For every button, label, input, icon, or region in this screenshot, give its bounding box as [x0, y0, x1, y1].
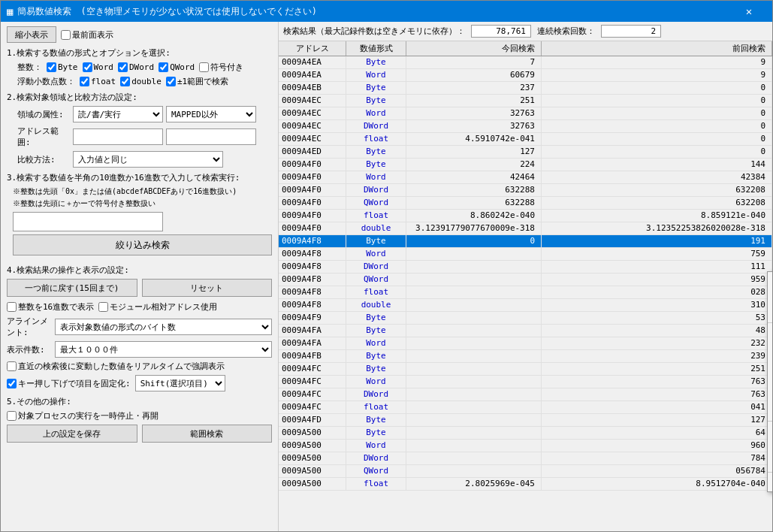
- realtime-checkbox-label[interactable]: 直近の検索後に変動した数値をリアルタイムで強調表示: [7, 361, 225, 372]
- table-row[interactable]: 0009A500QWord056784: [279, 465, 772, 478]
- table-row[interactable]: 0009A4F0Word4246442384: [279, 171, 772, 184]
- fix-checkbox-label[interactable]: キー押し下げで項目を固定化:: [7, 378, 131, 389]
- hex-checkbox-label[interactable]: 整数を16進数で表示: [7, 301, 94, 313]
- cell-cur: 0: [406, 235, 542, 247]
- table-row[interactable]: 0009A4EAByte79: [279, 56, 772, 69]
- fix-checkbox[interactable]: [7, 379, 17, 388]
- table-row[interactable]: 0009A4FAWord232: [279, 337, 772, 350]
- context-menu-item[interactable]: 選択アドレスの今回検索値をコピー: [768, 289, 772, 305]
- addr-to-input[interactable]: 7FFEFFFF: [166, 128, 256, 145]
- context-menu-item[interactable]: 直接書き込みダイアログを表示...: [768, 325, 772, 340]
- context-menu-item[interactable]: VEH用ブレークポイント設定ダイアログを表示...: [768, 439, 772, 455]
- context-menu-item[interactable]: 選択アドレスで某設定トグル: [768, 305, 772, 321]
- context-menu-item[interactable]: 構造体編集ダイアログを表示...: [768, 388, 772, 404]
- save-button[interactable]: 上の設定を保存: [7, 425, 137, 443]
- table-body[interactable]: 0009A4EAByte790009A4EAWord6067990009A4EB…: [279, 56, 772, 531]
- table-row[interactable]: 0009A4FCByte251: [279, 363, 772, 376]
- context-menu-item[interactable]: メモリ領域操作ダイアログを表示...: [768, 455, 772, 470]
- table-row[interactable]: 0009A500Byte64: [279, 427, 772, 440]
- context-menu[interactable]: 選択アドレスをコピー選択アドレスの今回検索値をコピー選択アドレスで某設定トグル直…: [767, 271, 772, 492]
- context-menu-item[interactable]: 逐字実行ダイアログを表示...: [768, 372, 772, 388]
- signed-checkbox-label[interactable]: 符号付き: [199, 62, 243, 73]
- menu-separator: [768, 322, 772, 323]
- filter-button[interactable]: 絞り込み検索: [13, 234, 272, 255]
- context-menu-item[interactable]: ブレークポイント設定ダイアログを表示...: [768, 423, 772, 439]
- qword-checkbox-label[interactable]: QWord: [159, 62, 195, 72]
- stop-checkbox-label[interactable]: 対象プロセスの実行を一時停止・再開: [7, 410, 159, 422]
- table-row[interactable]: 0009A4FAByte48: [279, 325, 772, 337]
- table-row[interactable]: 0009A4F8QWord959: [279, 274, 772, 286]
- cell-cur: [406, 427, 542, 439]
- table-row[interactable]: 0009A4F0double3.12391779077670009e-3183.…: [279, 222, 772, 235]
- table-row[interactable]: 0009A500DWord784: [279, 452, 772, 465]
- table-row[interactable]: 0009A4F8Word759: [279, 248, 772, 261]
- front-checkbox-label[interactable]: 最前面表示: [61, 29, 113, 41]
- count-select[interactable]: 最大１０００件: [55, 341, 272, 358]
- table-row[interactable]: 0009A4F8double310: [279, 299, 772, 312]
- hex-checkbox[interactable]: [7, 302, 17, 312]
- reset-button[interactable]: リセット: [142, 279, 273, 297]
- word-checkbox-label[interactable]: Word: [83, 62, 114, 72]
- float-checkbox[interactable]: [80, 77, 89, 86]
- stop-checkbox[interactable]: [7, 411, 17, 421]
- context-menu-item[interactable]: 選択アドレスをコピー: [768, 274, 772, 289]
- byte-checkbox[interactable]: [47, 62, 56, 72]
- front-checkbox[interactable]: [61, 30, 71, 40]
- table-row[interactable]: 0009A4F0QWord632288632208: [279, 197, 772, 210]
- float-checkbox-label[interactable]: float: [80, 77, 116, 86]
- range-checkbox-label[interactable]: ±1範囲で検索: [166, 76, 228, 87]
- table-row[interactable]: 0009A4FDByte127: [279, 414, 772, 427]
- region-select1[interactable]: 読/書/実行: [73, 106, 163, 122]
- fix-select[interactable]: Shift(選択項目): [135, 375, 225, 391]
- addr-row: アドレス範囲: 00010000 7FFEFFFF: [7, 125, 272, 148]
- stop-row: 対象プロセスの実行を一時停止・再開: [7, 410, 272, 422]
- context-menu-item[interactable]: 固定化書き換えダイアログを表示...: [768, 356, 772, 372]
- table-row[interactable]: 0009A4ECByte2510: [279, 95, 772, 107]
- table-row[interactable]: 0009A4EBByte2370: [279, 82, 772, 95]
- table-row[interactable]: 0009A4FCfloat041: [279, 401, 772, 414]
- region-select2[interactable]: MAPPED以外: [166, 106, 256, 122]
- context-menu-item[interactable]: 改造コード実行ダイアログを表示...: [768, 404, 772, 419]
- collapse-button[interactable]: 縮小表示: [7, 26, 56, 43]
- context-menu-item[interactable]: 10/16進数表形式入出力ダイアログを表示...: [768, 340, 772, 356]
- table-row[interactable]: 0009A4F0float8.860242e-0408.859121e-040: [279, 210, 772, 222]
- table-row[interactable]: 0009A4EDByte1270: [279, 146, 772, 159]
- search-value-input[interactable]: 42: [13, 212, 163, 231]
- table-row[interactable]: 0009A4F9Byte53: [279, 312, 772, 325]
- table-row[interactable]: 0009A4EAWord606799: [279, 69, 772, 82]
- back-button[interactable]: 一つ前に戻す(15回まで): [7, 279, 137, 297]
- table-row[interactable]: 0009A500float2.8025969e-0458.9512704e-04…: [279, 478, 772, 491]
- double-checkbox-label[interactable]: double: [120, 77, 162, 86]
- cell-cur: [406, 261, 542, 273]
- save-range-row: 上の設定を保存 範囲検索: [7, 425, 272, 443]
- module-checkbox-label[interactable]: モジュール相対アドレス使用: [98, 301, 217, 313]
- context-menu-item[interactable]: 直近の検索時の値を書き込む: [768, 474, 772, 490]
- word-checkbox[interactable]: [83, 62, 92, 72]
- table-row[interactable]: 0009A4ECWord327630: [279, 107, 772, 120]
- table-row[interactable]: 0009A4F0DWord632288632208: [279, 184, 772, 197]
- table-row[interactable]: 0009A4F8float028: [279, 286, 772, 299]
- range-button[interactable]: 範囲検索: [142, 425, 273, 443]
- double-checkbox[interactable]: [120, 77, 130, 86]
- realtime-checkbox[interactable]: [7, 361, 17, 371]
- close-button[interactable]: ✕: [732, 1, 766, 22]
- addr-from-input[interactable]: 00010000: [73, 128, 163, 145]
- table-row[interactable]: 0009A4ECfloat4.5910742e-0410: [279, 133, 772, 146]
- table-row[interactable]: 0009A4FCWord763: [279, 376, 772, 388]
- dword-checkbox-label[interactable]: DWord: [118, 62, 154, 72]
- byte-checkbox-label[interactable]: Byte: [47, 62, 78, 72]
- compare-select[interactable]: 入力値と同じ: [73, 151, 223, 168]
- table-row[interactable]: 0009A500Word960: [279, 440, 772, 452]
- align-select[interactable]: 表示対象数値の形式のバイト数: [55, 319, 272, 335]
- module-checkbox[interactable]: [98, 302, 108, 312]
- qword-checkbox[interactable]: [159, 62, 168, 72]
- table-row[interactable]: 0009A4F8DWord111: [279, 261, 772, 274]
- table-row[interactable]: 0009A4ECDWord327630: [279, 120, 772, 133]
- table-row[interactable]: 0009A4F8Byte0191: [279, 235, 772, 248]
- table-row[interactable]: 0009A4F0Byte224144: [279, 159, 772, 171]
- table-row[interactable]: 0009A4FCDWord763: [279, 388, 772, 401]
- dword-checkbox[interactable]: [118, 62, 128, 72]
- range-checkbox[interactable]: [166, 77, 176, 86]
- table-row[interactable]: 0009A4FBByte239: [279, 350, 772, 363]
- signed-checkbox[interactable]: [199, 62, 209, 72]
